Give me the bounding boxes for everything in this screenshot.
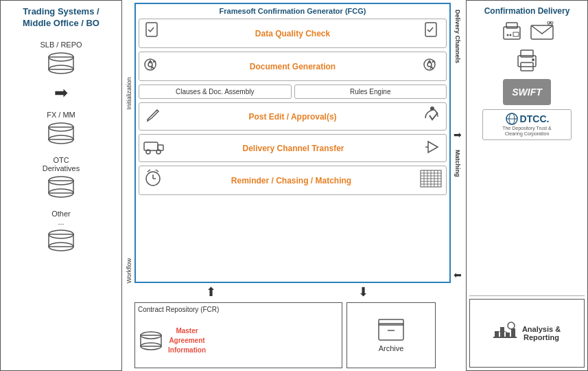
doc-gen-icon-left — [143, 55, 163, 78]
right-labels: Delivery Channels ➡ Matching ⬅ — [451, 3, 464, 283]
svg-rect-20 — [144, 142, 158, 150]
vertical-arrows-row: ⬆ ⬇ — [122, 283, 466, 302]
other-db-icon — [46, 229, 76, 252]
clauses-box: Clauses & Doc. Assembly — [139, 85, 292, 99]
right-panel: Confirmation Delivery — [466, 0, 588, 371]
svg-rect-48 — [506, 23, 517, 28]
other-label: Other... — [51, 210, 71, 226]
right-panel-top: Confirmation Delivery — [469, 3, 585, 296]
slb-repo-db-icon — [46, 52, 76, 75]
fcg-title: Framesoft Confirmation Generator (FCG) — [139, 7, 447, 15]
dtcc-badge: DTCC. The Depository Trust &Clearing Cor… — [482, 109, 572, 140]
right-panel-title: Confirmation Delivery — [472, 6, 582, 16]
contract-db-icon — [138, 330, 164, 351]
fax-icon — [499, 21, 524, 45]
sub-boxes-row: Clauses & Doc. Assembly Rules Engine — [139, 85, 447, 99]
left-panel: Trading Systems /Middle Office / BO SLB … — [0, 0, 122, 371]
dtcc-sub: The Depository Trust &Clearing Corporati… — [502, 126, 552, 137]
analysis-icon — [493, 322, 517, 345]
data-quality-label: Data Quality Check — [168, 29, 417, 38]
svg-rect-42 — [141, 335, 161, 346]
svg-rect-7 — [49, 181, 73, 193]
delivery-icon-right — [423, 137, 442, 159]
left-labels: Initialization Workflow — [124, 3, 134, 283]
slb-repo-label: SLB / REPO — [40, 41, 82, 49]
svg-point-15 — [148, 63, 152, 67]
analysis-box: Analysis &Reporting — [469, 299, 585, 368]
other-item: Other... — [46, 210, 76, 252]
delivery-icons: SWIFT DTCC. The D — [472, 21, 582, 140]
doc-gen-icon-right — [423, 55, 442, 78]
contract-repo-inner: MasterAgreementInformation — [138, 316, 339, 365]
svg-line-28 — [148, 170, 150, 172]
swift-badge: SWIFT — [503, 79, 551, 105]
matching-arrow: ⬅ — [454, 269, 462, 280]
data-quality-icon-right — [423, 22, 442, 45]
svg-line-29 — [156, 170, 158, 172]
svg-rect-4 — [49, 127, 73, 139]
up-arrow: ⬆ — [206, 284, 216, 300]
svg-rect-65 — [511, 328, 515, 338]
fax-email-row — [499, 21, 554, 45]
svg-rect-63 — [500, 327, 504, 338]
delivery-icon-left — [143, 138, 164, 158]
svg-rect-49 — [513, 32, 519, 36]
svg-point-50 — [507, 34, 509, 36]
down-arrow: ⬇ — [358, 284, 368, 300]
email-icon — [530, 21, 554, 45]
delivery-transfer-row: Delivery Channel Transfer — [139, 134, 447, 162]
dtcc-logo-area: DTCC. — [505, 112, 550, 126]
fx-mm-item: FX / MM — [46, 111, 76, 145]
left-arrow: ➡ — [54, 83, 68, 102]
fcg-box: Framesoft Confirmation Generator (FCG) D… — [134, 3, 451, 283]
svg-rect-45 — [379, 319, 403, 325]
svg-rect-62 — [495, 331, 499, 338]
left-panel-title: Trading Systems /Middle Office / BO — [23, 6, 99, 30]
dtcc-text: DTCC. — [520, 113, 550, 124]
data-quality-icon-left — [143, 22, 163, 45]
otc-db-icon — [46, 175, 76, 199]
reminder-label: Reminder / Chasing / Matching — [168, 176, 414, 186]
rules-engine-box: Rules Engine — [294, 85, 447, 99]
reminder-icon-right — [420, 170, 442, 191]
post-edit-label: Post Edit / Approval(s) — [168, 112, 417, 122]
doc-gen-label: Document Generation — [168, 62, 417, 71]
master-agreement-label: MasterAgreementInformation — [168, 326, 206, 355]
post-edit-row: Post Edit / Approval(s) — [139, 102, 447, 131]
printer-icon — [514, 49, 540, 75]
analysis-label: Analysis &Reporting — [522, 325, 561, 341]
svg-point-57 — [532, 58, 534, 61]
swift-row: SWIFT — [503, 79, 551, 105]
init-label: Initialization — [126, 10, 132, 110]
document-generation-row: Document Generation — [139, 52, 447, 81]
post-edit-icon-right — [423, 106, 442, 127]
otc-label: OTCDerivatives — [43, 156, 80, 172]
dtcc-logo-icon — [505, 112, 519, 126]
svg-point-17 — [427, 63, 432, 67]
svg-rect-44 — [379, 324, 403, 340]
otc-item: OTCDerivatives — [43, 156, 80, 199]
svg-rect-10 — [49, 234, 73, 247]
post-edit-icon-left — [143, 106, 163, 127]
bottom-boxes: Contract Repository (FCR) MasterAgreemen… — [122, 302, 466, 371]
contract-repo-box: Contract Repository (FCR) MasterAgreemen… — [134, 302, 342, 368]
contract-repo-title: Contract Repository (FCR) — [138, 306, 339, 313]
archive-box: Archive — [346, 302, 436, 368]
svg-point-66 — [508, 322, 515, 329]
matching-label: Matching — [454, 150, 461, 267]
printer-row — [514, 49, 540, 75]
svg-point-19 — [430, 106, 434, 111]
archive-icon — [377, 318, 405, 341]
fx-mm-label: FX / MM — [47, 111, 75, 119]
fx-mm-db-icon — [46, 122, 76, 145]
svg-rect-64 — [506, 333, 510, 338]
delivery-channels-arrow: ➡ — [454, 129, 462, 140]
archive-label: Archive — [379, 344, 404, 352]
svg-rect-1 — [49, 57, 73, 69]
slb-repo-item: SLB / REPO — [40, 41, 82, 75]
swift-text: SWIFT — [512, 87, 542, 98]
workflow-label: Workflow — [126, 117, 132, 284]
svg-point-51 — [510, 34, 512, 36]
delivery-transfer-label: Delivery Channel Transfer — [169, 144, 417, 153]
reminder-row: Reminder / Chasing / Matching — [139, 166, 447, 195]
